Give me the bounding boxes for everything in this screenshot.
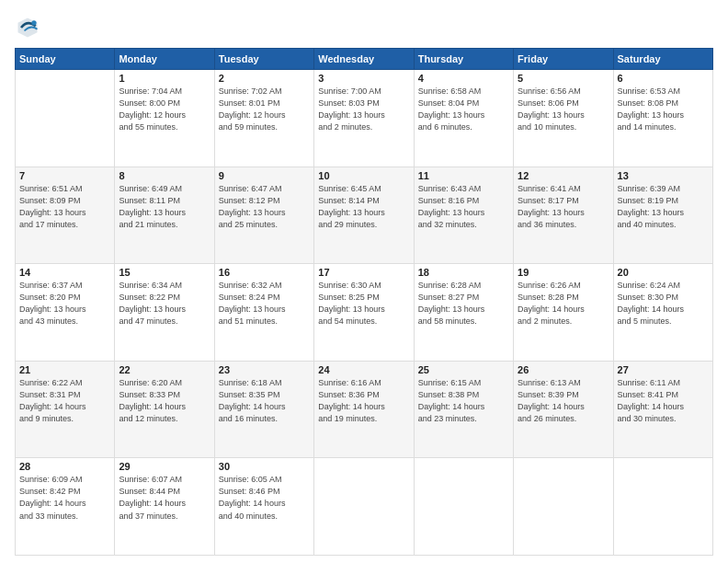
weekday-header-sunday: Sunday (16, 49, 115, 70)
weekday-header-thursday: Thursday (414, 49, 513, 70)
calendar-cell (613, 458, 712, 556)
calendar-cell: 19Sunrise: 6:26 AMSunset: 8:28 PMDayligh… (514, 264, 613, 362)
calendar-week-3: 14Sunrise: 6:37 AMSunset: 8:20 PMDayligh… (16, 264, 713, 362)
day-number: 9 (219, 170, 310, 181)
day-number: 28 (19, 461, 110, 472)
day-number: 23 (219, 364, 310, 375)
day-number: 10 (318, 170, 409, 181)
day-number: 25 (418, 364, 509, 375)
day-info: Sunrise: 6:58 AMSunset: 8:04 PMDaylight:… (418, 86, 509, 133)
calendar-cell (16, 70, 115, 167)
day-number: 13 (618, 170, 709, 181)
day-number: 19 (518, 267, 609, 278)
calendar-cell: 16Sunrise: 6:32 AMSunset: 8:24 PMDayligh… (214, 264, 313, 362)
day-info: Sunrise: 6:15 AMSunset: 8:38 PMDaylight:… (418, 377, 509, 425)
day-number: 18 (418, 267, 509, 278)
day-number: 2 (219, 73, 310, 84)
header (15, 15, 713, 40)
day-info: Sunrise: 6:20 AMSunset: 8:33 PMDaylight:… (119, 377, 210, 425)
calendar-cell: 26Sunrise: 6:13 AMSunset: 8:39 PMDayligh… (514, 361, 613, 458)
calendar-header: SundayMondayTuesdayWednesdayThursdayFrid… (16, 49, 713, 70)
calendar-week-1: 1Sunrise: 7:04 AMSunset: 8:00 PMDaylight… (16, 70, 713, 167)
day-number: 8 (119, 170, 210, 181)
calendar-cell: 17Sunrise: 6:30 AMSunset: 8:25 PMDayligh… (314, 264, 414, 362)
day-info: Sunrise: 6:47 AMSunset: 8:12 PMDaylight:… (219, 183, 310, 231)
svg-point-1 (31, 20, 36, 25)
calendar-cell: 14Sunrise: 6:37 AMSunset: 8:20 PMDayligh… (16, 264, 115, 362)
calendar-cell: 11Sunrise: 6:43 AMSunset: 8:16 PMDayligh… (414, 167, 513, 264)
calendar-cell: 9Sunrise: 6:47 AMSunset: 8:12 PMDaylight… (214, 167, 313, 264)
day-info: Sunrise: 6:26 AMSunset: 8:28 PMDaylight:… (518, 280, 609, 327)
day-number: 30 (219, 461, 310, 472)
day-number: 17 (318, 267, 409, 278)
calendar-cell: 29Sunrise: 6:07 AMSunset: 8:44 PMDayligh… (115, 458, 214, 556)
calendar-cell: 28Sunrise: 6:09 AMSunset: 8:42 PMDayligh… (16, 458, 115, 556)
calendar-body: 1Sunrise: 7:04 AMSunset: 8:00 PMDaylight… (16, 70, 713, 556)
weekday-header-wednesday: Wednesday (314, 49, 414, 70)
calendar-cell: 10Sunrise: 6:45 AMSunset: 8:14 PMDayligh… (314, 167, 414, 264)
day-number: 7 (19, 170, 110, 181)
calendar-cell: 25Sunrise: 6:15 AMSunset: 8:38 PMDayligh… (414, 361, 513, 458)
calendar-cell: 1Sunrise: 7:04 AMSunset: 8:00 PMDaylight… (115, 70, 214, 167)
day-info: Sunrise: 6:39 AMSunset: 8:19 PMDaylight:… (618, 183, 709, 231)
day-info: Sunrise: 6:43 AMSunset: 8:16 PMDaylight:… (418, 183, 509, 231)
day-info: Sunrise: 6:13 AMSunset: 8:39 PMDaylight:… (518, 377, 609, 425)
calendar-cell (414, 458, 513, 556)
calendar-cell: 30Sunrise: 6:05 AMSunset: 8:46 PMDayligh… (214, 458, 313, 556)
calendar-cell: 24Sunrise: 6:16 AMSunset: 8:36 PMDayligh… (314, 361, 414, 458)
calendar-cell: 21Sunrise: 6:22 AMSunset: 8:31 PMDayligh… (16, 361, 115, 458)
calendar-cell: 2Sunrise: 7:02 AMSunset: 8:01 PMDaylight… (214, 70, 313, 167)
day-number: 11 (418, 170, 509, 181)
day-info: Sunrise: 6:51 AMSunset: 8:09 PMDaylight:… (19, 183, 110, 231)
logo-icon (15, 15, 40, 40)
calendar-cell: 15Sunrise: 6:34 AMSunset: 8:22 PMDayligh… (115, 264, 214, 362)
day-info: Sunrise: 6:22 AMSunset: 8:31 PMDaylight:… (19, 377, 110, 425)
day-number: 12 (518, 170, 609, 181)
weekday-header-row: SundayMondayTuesdayWednesdayThursdayFrid… (16, 49, 713, 70)
calendar-cell: 4Sunrise: 6:58 AMSunset: 8:04 PMDaylight… (414, 70, 513, 167)
calendar-cell: 22Sunrise: 6:20 AMSunset: 8:33 PMDayligh… (115, 361, 214, 458)
calendar-cell: 27Sunrise: 6:11 AMSunset: 8:41 PMDayligh… (613, 361, 712, 458)
calendar-cell: 23Sunrise: 6:18 AMSunset: 8:35 PMDayligh… (214, 361, 313, 458)
day-info: Sunrise: 6:49 AMSunset: 8:11 PMDaylight:… (119, 183, 210, 231)
day-info: Sunrise: 6:16 AMSunset: 8:36 PMDaylight:… (318, 377, 409, 425)
day-number: 15 (119, 267, 210, 278)
day-number: 20 (618, 267, 709, 278)
day-number: 6 (618, 73, 709, 84)
calendar-cell: 3Sunrise: 7:00 AMSunset: 8:03 PMDaylight… (314, 70, 414, 167)
weekday-header-monday: Monday (115, 49, 214, 70)
day-number: 27 (618, 364, 709, 375)
weekday-header-friday: Friday (514, 49, 613, 70)
day-info: Sunrise: 6:11 AMSunset: 8:41 PMDaylight:… (618, 377, 709, 425)
calendar-cell (514, 458, 613, 556)
page: SundayMondayTuesdayWednesdayThursdayFrid… (0, 0, 728, 563)
day-info: Sunrise: 6:05 AMSunset: 8:46 PMDaylight:… (219, 474, 310, 522)
day-info: Sunrise: 6:41 AMSunset: 8:17 PMDaylight:… (518, 183, 609, 231)
day-info: Sunrise: 6:07 AMSunset: 8:44 PMDaylight:… (119, 474, 210, 522)
day-info: Sunrise: 6:28 AMSunset: 8:27 PMDaylight:… (418, 280, 509, 327)
calendar-table: SundayMondayTuesdayWednesdayThursdayFrid… (15, 48, 713, 556)
calendar-cell: 8Sunrise: 6:49 AMSunset: 8:11 PMDaylight… (115, 167, 214, 264)
calendar-cell: 12Sunrise: 6:41 AMSunset: 8:17 PMDayligh… (514, 167, 613, 264)
day-info: Sunrise: 6:32 AMSunset: 8:24 PMDaylight:… (219, 280, 310, 327)
day-number: 3 (318, 73, 409, 84)
day-number: 14 (19, 267, 110, 278)
day-info: Sunrise: 6:34 AMSunset: 8:22 PMDaylight:… (119, 280, 210, 327)
day-info: Sunrise: 6:56 AMSunset: 8:06 PMDaylight:… (518, 86, 609, 133)
calendar-cell: 20Sunrise: 6:24 AMSunset: 8:30 PMDayligh… (613, 264, 712, 362)
day-info: Sunrise: 6:53 AMSunset: 8:08 PMDaylight:… (618, 86, 709, 133)
day-number: 4 (418, 73, 509, 84)
day-number: 22 (119, 364, 210, 375)
day-info: Sunrise: 6:24 AMSunset: 8:30 PMDaylight:… (618, 280, 709, 327)
day-number: 5 (518, 73, 609, 84)
day-info: Sunrise: 6:30 AMSunset: 8:25 PMDaylight:… (318, 280, 409, 327)
day-info: Sunrise: 6:09 AMSunset: 8:42 PMDaylight:… (19, 474, 110, 522)
day-info: Sunrise: 6:37 AMSunset: 8:20 PMDaylight:… (19, 280, 110, 327)
weekday-header-saturday: Saturday (613, 49, 712, 70)
calendar-cell: 18Sunrise: 6:28 AMSunset: 8:27 PMDayligh… (414, 264, 513, 362)
calendar-week-2: 7Sunrise: 6:51 AMSunset: 8:09 PMDaylight… (16, 167, 713, 264)
day-info: Sunrise: 6:18 AMSunset: 8:35 PMDaylight:… (219, 377, 310, 425)
weekday-header-tuesday: Tuesday (214, 49, 313, 70)
day-info: Sunrise: 7:00 AMSunset: 8:03 PMDaylight:… (318, 86, 409, 133)
day-number: 24 (318, 364, 409, 375)
